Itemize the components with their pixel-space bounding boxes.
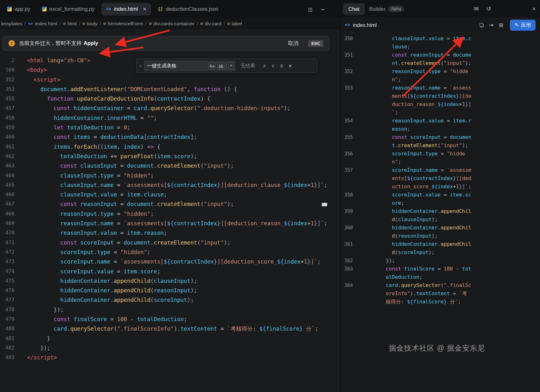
insert-icon[interactable]: ⇥ [489,22,493,28]
next-match-icon[interactable]: ∨ [269,63,277,69]
code-token: clauseInput [392,35,425,41]
cancel-button[interactable]: 取消 [288,40,298,47]
code-text: <script> [27,75,60,84]
code-line: 360hiddenContainer.appendChild(reasonInp… [340,224,540,240]
code-line: 462 totalDeduction += parseFloat(item.sc… [0,152,330,161]
code-token: = [217,326,227,332]
breadcrumb-item[interactable]: ⊘html [63,21,77,27]
code-token: 分` [303,326,315,332]
editor-actions: ◫ ⋯ [308,6,340,13]
symbol-icon: ⊘ [200,22,203,26]
line-number: 352 [340,67,361,76]
new-file-icon[interactable]: ⊞ [499,22,503,28]
close-panel-icon[interactable]: × [532,6,536,12]
find-in-selection-icon[interactable]: ≣ [277,63,286,69]
line-number: 464 [0,171,15,180]
code-token: reasonInput [77,201,117,207]
code-token: "input" [204,201,227,207]
code-token: index [444,101,459,107]
breadcrumb-item[interactable]: ⊘body [83,21,98,27]
tab-index.html[interactable]: <>index.html× [101,3,151,16]
scrollbar-thumb[interactable] [322,203,327,206]
code-token: "input" [441,142,462,148]
tab-builder[interactable]: Builder Alpha [369,6,404,12]
code-token: ; [324,182,327,188]
copy-icon[interactable] [480,23,484,27]
esc-key-badge[interactable]: ESC [308,40,323,47]
search-input[interactable]: 一键生成表格 Aa ab .* [144,61,235,71]
code-token: score [174,153,191,159]
code-token: ). [174,326,181,332]
feedback-icon[interactable]: ✉ [474,5,479,12]
line-number: 463 [0,161,15,171]
code-token: = [114,182,124,188]
code-token: . [70,144,74,150]
code-token: . [97,211,100,217]
tab-excel_formatting.py[interactable]: excel_formatting.py [37,3,99,16]
code-line: 351const reasonInput = document.createEl… [340,51,540,67]
code-token: textContent [416,290,450,296]
tab-deductionClauses.json[interactable]: {}deductionClauses.json [153,3,223,16]
code-line: 464 clauseInput.type = "hidden"; [0,171,330,180]
code-token: ( [150,287,154,294]
code-token: scoreInput [392,151,422,157]
editor-code[interactable]: 2<html lang="zh-CN">169<body>352 <script… [0,56,330,392]
code-token: ). [410,290,416,296]
code-line: 465 clauseInput.name = `assessments[${co… [0,180,330,190]
breadcrumb-item[interactable]: ⊘div.card [200,21,221,27]
code-text: const finalScore = 100 - totalDeduction; [361,265,471,281]
code-token: "hidden" [124,172,150,179]
code-line: 361hiddenContainer.appendChild(scoreInpu… [340,240,540,257]
code-token: const [392,134,407,140]
line-number: 2 [0,56,15,65]
code-token: = [438,167,447,173]
search-query[interactable]: 一键生成表格 [147,63,207,69]
code-token: . [94,249,97,255]
code-token: . [110,287,114,294]
breadcrumb-separator: / [24,21,26,27]
code-token: + [459,101,462,107]
breadcrumb-item[interactable]: templates [1,21,22,27]
close-icon[interactable]: × [143,6,146,12]
code-token: } [456,93,459,99]
previous-match-icon[interactable]: ∧ [260,63,269,69]
code-token: scoreInput [392,167,422,173]
apply-button[interactable]: ✎ 应用 [510,20,536,31]
split-editor-icon[interactable]: ◫ [308,6,312,13]
code-token: ); [227,201,234,207]
panel-code[interactable]: 350clauseInput.value = item.clause;351co… [340,33,540,392]
code-text: function updateCardDeductionInfo(contrac… [27,94,211,103]
code-token: contractIndex [174,182,217,188]
close-find-icon[interactable]: × [286,63,295,69]
tab-chat[interactable]: Chat [343,3,365,15]
tab-app.py[interactable]: app.py [2,3,35,16]
match-case-toggle[interactable]: Aa [208,62,216,70]
more-actions-icon[interactable]: ⋯ [321,6,325,13]
code-token: ; [315,326,318,332]
code-token: reason [144,230,164,236]
whole-word-toggle[interactable]: ab [217,62,225,70]
line-number: 351 [340,51,361,59]
line-number: 471 [0,238,15,247]
breadcrumb-item[interactable]: <>index.html [28,21,57,27]
code-token: reasonInput [392,68,425,74]
code-token: ; [150,172,154,179]
code-token: appendChild [114,297,150,303]
breadcrumb-item[interactable]: ⊘div.cards-container [149,21,194,27]
collapse-chevron-icon[interactable]: › [137,63,144,69]
regex-toggle[interactable]: .* [226,62,233,70]
code-token: . [97,220,100,227]
code-line: 356scoreInput.type = "hidden"; [340,150,540,166]
code-token: scoreInput [60,258,93,265]
code-text: reasonInput.value = item.reason; [27,228,167,238]
line-number: 466 [0,190,15,199]
breadcrumb-item[interactable]: ⊘label [227,21,242,27]
code-line: 357scoreInput.name = `assessments[${cont… [340,166,540,191]
code-token: = [117,201,127,207]
alpha-badge: Alpha [388,6,404,12]
code-token: = [114,268,124,275]
history-icon[interactable]: ↺ [486,5,491,12]
code-token: = [114,172,124,179]
code-token: const [54,316,70,322]
breadcrumb-item[interactable]: ⊘form#excelForm [103,21,143,27]
